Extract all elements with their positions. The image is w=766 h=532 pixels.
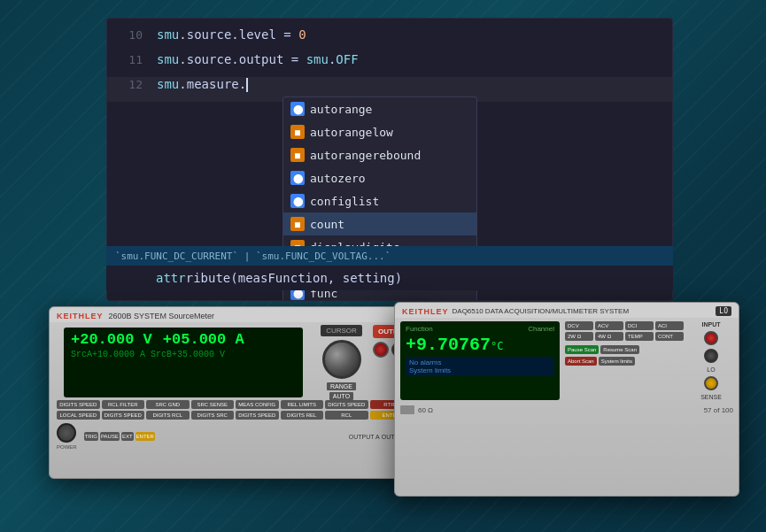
- smu-btn-ext[interactable]: EXT: [121, 432, 134, 441]
- smu-amperage-reading: +05.000 A: [163, 331, 244, 348]
- daq-abort-scan-btn[interactable]: Abort Scan: [565, 357, 597, 366]
- smu-btn-digits-speed-2[interactable]: DIGITS SPEED: [325, 400, 368, 409]
- daq-sub-line1: No alarms: [409, 359, 551, 366]
- daq-input-label: INPUT: [702, 321, 721, 328]
- smu-btn-rel-limits[interactable]: REL LIMITS: [281, 400, 324, 409]
- daq-display-labels: Function Channel: [406, 325, 554, 333]
- smu-btn-pause[interactable]: PAUSE: [100, 432, 120, 441]
- ac-label-autozero: autozero: [310, 172, 366, 185]
- code-line-11: 11 smu.source.output = smu.OFF: [107, 52, 672, 77]
- daq-btn-2[interactable]: ACV: [595, 321, 623, 330]
- code-content-11: smu.source.output = smu.OFF: [157, 52, 359, 66]
- smu-btn-dr2[interactable]: DIGITS REL: [281, 411, 324, 420]
- daq-system-limits-btn[interactable]: System limits: [599, 357, 635, 366]
- daq-btn-8[interactable]: CONT: [655, 332, 684, 341]
- smu-btn-meas-config[interactable]: MEAS CONFIG: [236, 400, 279, 409]
- daq-btn-3[interactable]: DCI: [625, 321, 654, 330]
- smu-btn-ds2[interactable]: DIGITS SPEED: [102, 411, 145, 420]
- ac-icon-configlist: ⬤: [290, 194, 305, 208]
- text-cursor: [246, 78, 248, 92]
- daq-unit: °C: [491, 340, 503, 352]
- daq-btn-6[interactable]: 4W Ω: [595, 332, 623, 341]
- ac-label-autorangelow: autorangelow: [310, 126, 393, 139]
- daq-channel-label: Channel: [528, 325, 554, 333]
- smu-power-label: POWER: [57, 444, 77, 450]
- code-content-12: smu.measure.: [157, 77, 248, 92]
- daq-top-buttons: DCV ACV DCI ACI 2W Ω 4W Ω TEMP CONT: [565, 321, 684, 341]
- smu-right-controls: CURSOR RANGE AUTO: [317, 325, 366, 400]
- daq-terminal-sense: [704, 376, 718, 390]
- smu-voltage-reading: +20.000 V: [71, 331, 152, 348]
- daq-model: DAQ6510 DATA ACQUISITION/MULTIMETER SYST…: [453, 307, 630, 315]
- ac-label-autorange: autorange: [310, 103, 372, 116]
- ac-item-count[interactable]: ■ count: [283, 212, 476, 235]
- daq-value-row: +9.70767 °C: [406, 335, 554, 355]
- daq-btn-7[interactable]: TEMP: [625, 332, 654, 341]
- smu-btn-rcl-filter[interactable]: RCL FILTER: [102, 400, 145, 409]
- smu-auto-btn[interactable]: AUTO: [329, 392, 353, 400]
- daq-sub-display: No alarms System limits: [406, 357, 554, 376]
- smu-knob[interactable]: [322, 340, 361, 379]
- smu-power-button[interactable]: [57, 423, 76, 443]
- daq-main-area: Function Channel +9.70767 °C No alarms S…: [395, 318, 739, 404]
- smu-btn-ds4[interactable]: DIGITS SPEED: [236, 411, 279, 420]
- code-line-10: 10 smu.source.level = 0: [107, 27, 672, 52]
- daq-lo-badge: LO: [716, 306, 731, 316]
- daq-scan-count: 57 of 100: [704, 406, 733, 414]
- daq-sub-line2: System limits: [409, 366, 551, 374]
- ac-item-autorange[interactable]: ⬤ autorange: [283, 97, 476, 120]
- ac-item-configlist[interactable]: ⬤ configlist: [283, 189, 476, 212]
- daq-brand: KEITHLEY: [402, 307, 449, 316]
- ac-label-configlist: configlist: [310, 195, 379, 208]
- status-bar: `smu.FUNC_DC_CURRENT` | `smu.FUNC_DC_VOL…: [106, 246, 673, 266]
- smu-cursor-label: CURSOR: [321, 325, 362, 336]
- smu-hi-terminal: [373, 342, 389, 358]
- daq-scan-label: Function: [406, 325, 433, 333]
- smu-btn-dr[interactable]: DIGITS RCL: [146, 411, 190, 420]
- smu-header: KEITHLEY 2600B SYSTEM SourceMeter LO: [50, 307, 420, 322]
- daq-usb-port: [400, 405, 414, 414]
- daq-scan-buttons: Pause Scan Resume Scan: [565, 345, 684, 354]
- daq-resistance-value: 60 Ω: [418, 406, 433, 414]
- daq-terminal-hi: [704, 331, 718, 345]
- ac-icon-count: ■: [290, 217, 305, 231]
- smu-sub-display: SrcA+10.0000 A SrcB+35.0000 V: [71, 350, 296, 359]
- daq-btn-1[interactable]: DCV: [565, 321, 593, 330]
- smu-btn-digits-speed[interactable]: DIGITS SPEED: [57, 400, 100, 409]
- daq-terminal-lo: [704, 349, 718, 363]
- smu-btn-enter2[interactable]: ENTER: [135, 432, 155, 441]
- code-bottom-line: attrribute(measFunction, setting): [106, 266, 673, 290]
- smu-btn-local[interactable]: LOCAL SPEED: [57, 411, 100, 420]
- daq-btn-5[interactable]: 2W Ω: [565, 332, 593, 341]
- ac-icon-autozero: ⬤: [290, 171, 305, 185]
- daq-pause-scan-btn[interactable]: Pause Scan: [565, 345, 599, 354]
- smu-display-main: +20.000 V +05.000 A: [71, 331, 296, 348]
- instrument-smu: KEITHLEY 2600B SYSTEM SourceMeter LO +20…: [49, 306, 421, 479]
- line-number-11: 11: [114, 53, 143, 66]
- daq-resume-scan-btn[interactable]: Resume Scan: [600, 345, 639, 354]
- daq-footer-left: 60 Ω: [400, 405, 433, 414]
- smu-range-btn[interactable]: RANGE: [327, 382, 356, 390]
- daq-main-value: +9.70767: [406, 335, 491, 355]
- ac-item-autorangerebound[interactable]: ■ autorangerebound: [283, 143, 476, 166]
- daq-terminals-panel: INPUT LO SENSE: [689, 321, 733, 400]
- smu-brand: KEITHLEY: [57, 312, 104, 320]
- ac-icon-autorangelow: ■: [290, 125, 305, 139]
- smu-btn-rcl[interactable]: RCL: [325, 411, 368, 420]
- smu-btn-src-sense[interactable]: SRC SENSE: [191, 400, 235, 409]
- instrument-daq: KEITHLEY DAQ6510 DATA ACQUISITION/MULTIM…: [394, 302, 739, 497]
- smu-btn-src-gnd[interactable]: SRC GND: [146, 400, 190, 409]
- daq-main-display: Function Channel +9.70767 °C No alarms S…: [400, 321, 560, 400]
- smu-output-text: OUTPUT A: [349, 434, 380, 440]
- smu-btn-ds3[interactable]: DIGITS SRC: [191, 411, 235, 420]
- line-number-10: 10: [114, 28, 143, 42]
- smu-btn-trig[interactable]: TRIG: [84, 432, 98, 441]
- ac-item-autorangelow[interactable]: ■ autorangelow: [283, 120, 476, 143]
- line-number-12: 12: [114, 78, 143, 91]
- code-token: smu: [157, 27, 179, 42]
- daq-btn-4[interactable]: ACI: [655, 321, 684, 330]
- ac-item-autozero[interactable]: ⬤ autozero: [283, 166, 476, 189]
- smu-buttons-grid: DIGITS SPEED RCL FILTER SRC GND SRC SENS…: [50, 400, 420, 421]
- daq-buttons-area: DCV ACV DCI ACI 2W Ω 4W Ω TEMP CONT Paus…: [565, 321, 684, 400]
- code-bottom-prefix: attr: [156, 271, 186, 285]
